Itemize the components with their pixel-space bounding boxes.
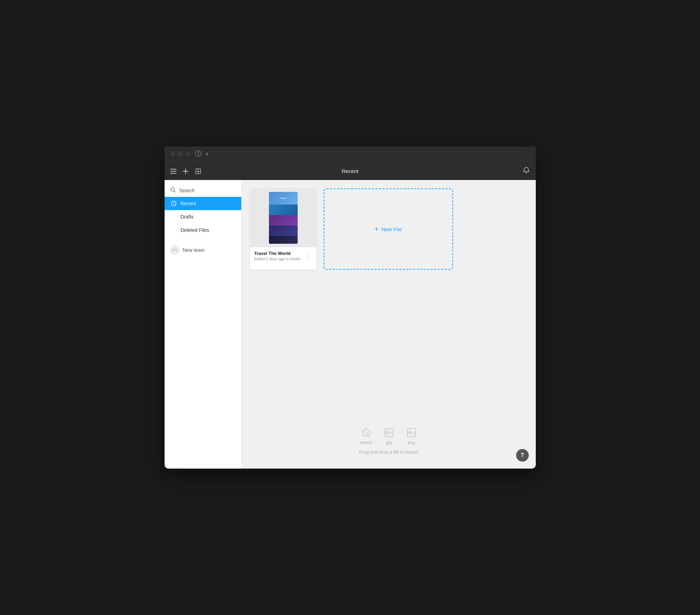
sidebar: Search Recent Drafts Deleted Files	[165, 180, 242, 469]
new-team-icon	[170, 246, 179, 255]
help-button[interactable]: ?	[516, 449, 529, 462]
svg-line-6	[174, 191, 175, 192]
new-team-label: New team	[183, 247, 205, 253]
new-file-card[interactable]: + New File	[324, 188, 453, 270]
sidebar-item-drafts-label: Drafts	[181, 214, 194, 220]
new-tab-button[interactable]: +	[205, 150, 209, 158]
sidebar-item-drafts[interactable]: Drafts	[165, 210, 241, 223]
drop-area: sketch jpg	[250, 419, 527, 460]
new-file-plus-icon: +	[374, 226, 379, 233]
search-button[interactable]: Search	[165, 184, 241, 197]
jpg-label: jpg	[386, 440, 392, 445]
svg-point-9	[173, 249, 174, 250]
svg-point-16	[409, 430, 411, 433]
drop-icons: sketch jpg	[360, 427, 417, 445]
svg-point-14	[386, 430, 388, 433]
sidebar-item-deleted-label: Deleted Files	[181, 227, 209, 233]
add-icon[interactable]	[182, 168, 189, 175]
page-title: Recent	[342, 168, 359, 174]
files-grid: Travel Travel The World Edi	[250, 188, 527, 270]
svg-rect-13	[385, 428, 393, 437]
titlebar: +	[165, 146, 536, 162]
file-thumbnail: Travel	[250, 188, 317, 247]
main-layout: Search Recent Drafts Deleted Files	[165, 180, 536, 469]
png-label: png	[408, 440, 415, 445]
thumbnail-preview: Travel	[269, 192, 298, 244]
drop-text: Drag and drop a file to import	[359, 449, 418, 455]
content-wrapper: Travel Travel The World Edi	[242, 180, 536, 469]
new-team-button[interactable]: New team	[165, 242, 241, 258]
deleted-icon	[170, 227, 177, 234]
history-icon[interactable]	[195, 150, 202, 159]
sketch-drop-icon: sketch	[360, 427, 372, 445]
file-meta: Edited 2 days ago in Drafts	[254, 257, 303, 261]
svg-point-10	[175, 249, 176, 250]
sidebar-item-deleted[interactable]: Deleted Files	[165, 223, 241, 237]
file-card[interactable]: Travel Travel The World Edi	[250, 188, 317, 270]
content-area: Travel Travel The World Edi	[242, 180, 536, 469]
drafts-icon	[170, 213, 177, 220]
file-info: Travel The World Edited 2 days ago in Dr…	[250, 247, 317, 264]
maximize-button[interactable]	[186, 152, 190, 157]
close-button[interactable]	[170, 152, 175, 157]
png-drop-icon: png	[406, 427, 417, 445]
toolbar: Recent	[165, 162, 536, 180]
file-info-text: Travel The World Edited 2 days ago in Dr…	[254, 251, 303, 261]
traffic-lights	[170, 152, 190, 157]
menu-icon[interactable]	[170, 169, 176, 174]
sidebar-divider	[165, 237, 241, 242]
svg-rect-15	[407, 428, 416, 437]
sidebar-item-recent-label: Recent	[181, 201, 196, 206]
new-file-label: New File	[381, 226, 402, 232]
file-name: Travel The World	[254, 251, 303, 256]
sidebar-item-recent[interactable]: Recent	[165, 197, 241, 210]
search-label: Search	[179, 188, 195, 193]
search-icon	[170, 187, 176, 194]
toolbar-left	[170, 168, 202, 175]
notification-icon[interactable]	[522, 166, 530, 176]
file-more-button[interactable]: ⋮	[303, 252, 312, 260]
sketch-label: sketch	[360, 440, 372, 445]
minimize-button[interactable]	[178, 152, 183, 157]
jpg-drop-icon: jpg	[383, 427, 395, 445]
import-icon[interactable]	[195, 168, 202, 175]
recent-icon	[170, 200, 177, 207]
svg-marker-11	[362, 428, 370, 436]
svg-point-8	[172, 248, 177, 253]
